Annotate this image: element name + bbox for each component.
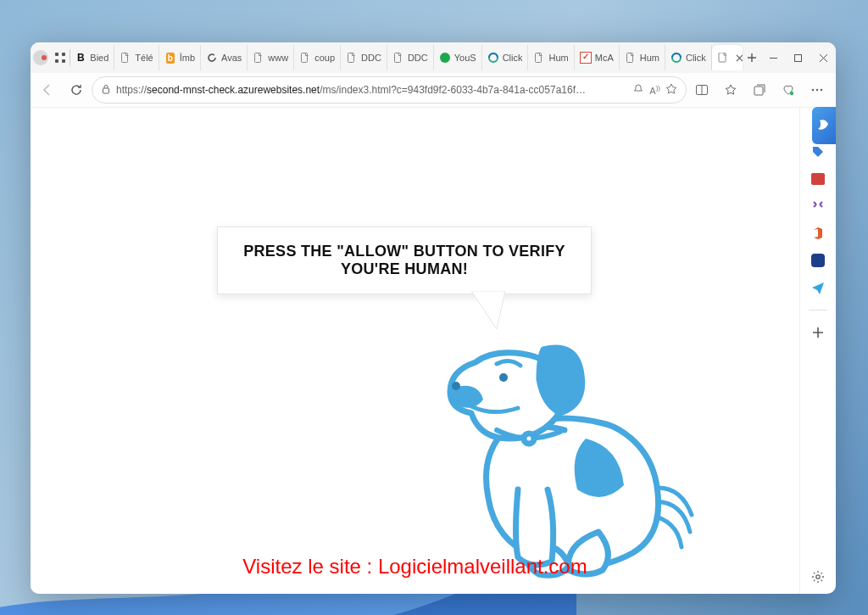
tab-favicon: [253, 52, 264, 64]
tab-favicon: [670, 52, 682, 64]
star-icon: [665, 83, 677, 95]
watermark-text: Visitez le site : Logicielmalveillant.co…: [31, 555, 799, 579]
favorites-button[interactable]: [717, 76, 744, 103]
svg-point-19: [790, 92, 793, 95]
svg-point-20: [812, 89, 815, 92]
tab-label: coup: [314, 53, 335, 63]
url-path: /ms/index3.html?c=943fd9f2-6033-4b7a-841…: [320, 84, 586, 96]
close-icon: [736, 54, 743, 62]
tab[interactable]: coup: [294, 45, 341, 70]
split-screen-button[interactable]: [688, 76, 715, 103]
tab-label: www: [268, 53, 288, 63]
refresh-icon: [70, 83, 83, 97]
plus-icon: [747, 53, 757, 63]
outlook-icon: [811, 254, 825, 267]
tab-label: DDC: [408, 53, 428, 63]
tab-close-button[interactable]: [736, 54, 743, 62]
tab-label: Click: [686, 53, 706, 63]
sidebar-app-button[interactable]: [810, 279, 826, 296]
sidebar-add-button[interactable]: [810, 324, 826, 341]
sidebar-shopping-button[interactable]: [810, 143, 826, 160]
sidebar-m365-button[interactable]: [810, 225, 826, 242]
refresh-button[interactable]: [63, 76, 90, 103]
tab[interactable]: Avas: [201, 45, 248, 70]
new-tab-button[interactable]: [743, 53, 761, 63]
tab[interactable]: DDC: [341, 45, 387, 70]
tab-favicon: [625, 52, 637, 64]
heart-icon: [782, 83, 795, 97]
svg-point-25: [499, 373, 508, 382]
tab[interactable]: ✓McA: [575, 45, 620, 70]
svg-rect-0: [55, 53, 58, 56]
svg-rect-18: [754, 87, 763, 95]
speech-line-2: YOU'RE HUMAN!: [235, 260, 574, 278]
tab-favicon: [533, 52, 545, 64]
svg-rect-3: [62, 59, 65, 63]
svg-rect-1: [62, 53, 65, 56]
window-minimize-button[interactable]: [761, 42, 786, 73]
sidebar-games-button[interactable]: [810, 198, 826, 215]
collections-button[interactable]: [746, 76, 773, 103]
tab[interactable]: Hum: [528, 45, 574, 70]
arrow-left-icon: [41, 83, 54, 97]
tab[interactable]: www: [248, 45, 294, 70]
svg-rect-7: [348, 53, 354, 63]
tab[interactable]: DDC: [387, 45, 434, 70]
office-icon: [811, 226, 825, 240]
tab-favicon: [392, 52, 404, 64]
svg-rect-11: [626, 53, 632, 63]
tab[interactable]: BBied: [70, 45, 114, 70]
more-icon: [810, 83, 824, 97]
favorite-button[interactable]: [665, 83, 677, 98]
back-button[interactable]: [34, 76, 61, 103]
tab-label: Click: [503, 53, 523, 63]
tab-favicon: [299, 52, 311, 64]
tab-label: DDC: [361, 53, 381, 63]
bell-icon: [632, 83, 644, 95]
tab[interactable]: Télé: [114, 45, 159, 70]
tab-favicon: ✓: [580, 52, 592, 64]
tab[interactable]: Hum: [620, 45, 665, 70]
tab-active[interactable]: [712, 45, 743, 70]
svg-rect-8: [394, 53, 400, 63]
tab[interactable]: Click: [665, 45, 712, 70]
notification-bell-button[interactable]: [632, 83, 644, 98]
address-bar[interactable]: https://second-mnst-check.azurewebsites.…: [92, 76, 687, 103]
tab-favicon: [120, 52, 131, 64]
profile-button[interactable]: [31, 50, 52, 65]
url-scheme: https://: [116, 84, 147, 96]
sidebar-outlook-button[interactable]: [810, 252, 826, 269]
copilot-button[interactable]: [812, 107, 836, 144]
svg-rect-13: [719, 53, 726, 62]
svg-rect-5: [255, 53, 261, 63]
games-icon: [810, 198, 826, 214]
tab-label: Hum: [640, 53, 659, 63]
edge-sidebar: [799, 108, 836, 594]
tab-label: Bied: [90, 53, 108, 63]
window-close-button[interactable]: [811, 42, 836, 73]
sidebar-settings-button[interactable]: [810, 568, 826, 585]
tab[interactable]: Click: [482, 45, 529, 70]
tab-strip: BBiedTélébÎmbAvaswwwcoupDDCDDCYouSClickH…: [70, 42, 712, 73]
close-icon: [819, 53, 828, 63]
tab[interactable]: YouS: [434, 45, 482, 70]
browser-essentials-button[interactable]: [775, 76, 802, 103]
workspaces-icon: [53, 51, 67, 64]
separator: [809, 310, 827, 310]
read-aloud-button[interactable]: A)): [649, 84, 660, 96]
url-text: https://second-mnst-check.azurewebsites.…: [116, 84, 627, 96]
tab-favicon: [439, 52, 451, 64]
tab-favicon: b: [164, 52, 176, 64]
page-icon: [717, 52, 729, 64]
sidebar-tools-button[interactable]: [810, 171, 826, 187]
send-icon: [811, 281, 825, 294]
plus-icon: [812, 327, 824, 338]
toolbox-icon: [811, 173, 825, 185]
settings-menu-button[interactable]: [804, 76, 831, 103]
toolbar: https://second-mnst-check.azurewebsites.…: [31, 73, 836, 108]
tab[interactable]: bÎmb: [159, 45, 201, 70]
workspaces-button[interactable]: [52, 51, 70, 64]
speech-bubble: PRESS THE "ALLOW" BUTTON TO VERIFY YOU'R…: [217, 226, 592, 294]
dog-illustration: [437, 303, 709, 591]
window-maximize-button[interactable]: [786, 42, 810, 73]
